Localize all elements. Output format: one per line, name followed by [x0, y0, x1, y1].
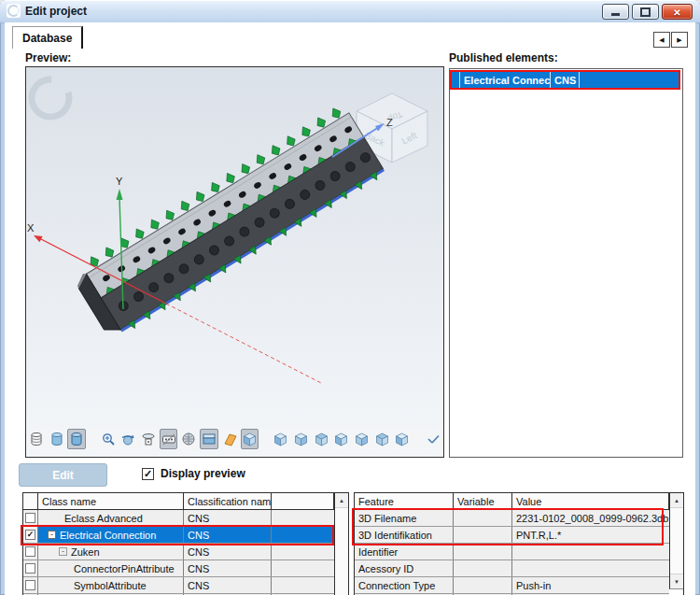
tab-scroll-right-button[interactable]: ▶ — [671, 32, 688, 48]
axis-x-label: X — [27, 222, 35, 234]
table-cell: CNS — [184, 544, 272, 560]
clip-plane-icon[interactable] — [220, 429, 239, 449]
feature-table-rows: FeatureVariableValue3D Filename2231-0102… — [355, 493, 669, 595]
tab-scroll-left-button[interactable]: ◀ — [653, 32, 670, 48]
row-checkbox[interactable] — [25, 546, 35, 557]
scroll-up-icon: ▲ — [339, 498, 344, 503]
table-cell: PNT.R,L.* — [512, 527, 669, 543]
published-cell — [580, 72, 679, 88]
minimize-button[interactable] — [602, 4, 629, 20]
view-cube-5-icon[interactable] — [353, 429, 371, 449]
close-button[interactable] — [662, 4, 693, 20]
table-cell: CNS — [184, 577, 272, 593]
zoom-icon[interactable] — [99, 429, 118, 449]
maximize-icon — [640, 7, 651, 17]
view-cube-3-icon[interactable] — [312, 429, 330, 449]
view-cube-4-icon[interactable] — [332, 429, 351, 449]
display-preview-control: ✓ Display preview — [142, 467, 245, 480]
axis-y-label: Y — [116, 176, 123, 187]
view-cube-6-icon[interactable] — [372, 429, 391, 449]
axis-z-label: Z — [386, 117, 393, 128]
display-preview-label: Display preview — [161, 467, 245, 480]
feature-table-scrollbar[interactable]: ▲ ▼ — [669, 493, 683, 589]
published-cell: Electrical Connection — [460, 72, 551, 88]
class-table-row[interactable]: -ZukenCNS — [23, 544, 334, 560]
table-cell: Classification name — [184, 493, 272, 509]
edit-button[interactable]: Edit — [19, 463, 107, 487]
table-cell: Variable — [454, 493, 512, 509]
feature-table-row[interactable]: Identifier — [355, 544, 669, 560]
row-checkbox[interactable]: ✓ — [25, 530, 35, 540]
published-selected-row[interactable]: Electrical ConnectionCNS — [450, 70, 680, 90]
table-cell: Push-in — [512, 577, 669, 593]
preview-viewport[interactable]: Top Back Left — [25, 66, 444, 458]
table-cell — [512, 560, 669, 576]
table-cell: Feature — [355, 493, 454, 509]
row-checkbox[interactable] — [25, 513, 35, 523]
table-cell: ✓ — [23, 527, 38, 543]
arrow-right-icon: ▶ — [677, 36, 681, 43]
close-icon — [673, 6, 680, 19]
tree-collapse-icon[interactable]: - — [48, 531, 56, 539]
class-table-row[interactable]: ✓-Electrical ConnectionCNS — [23, 527, 334, 544]
class-name: ConnectorPinAttribute — [74, 563, 175, 574]
cylinder-shaded-icon[interactable] — [48, 429, 66, 449]
table-cell — [272, 560, 334, 576]
more-views-icon[interactable] — [424, 429, 442, 449]
watermark-logo — [27, 75, 74, 121]
titlebar[interactable]: Edit project — [0, 0, 700, 23]
edit-project-window: Edit project Database ◀ ▶ Preview: Publi… — [0, 0, 700, 595]
view-cube-1-icon[interactable] — [272, 429, 290, 449]
table-cell — [23, 493, 38, 509]
feature-table-row[interactable]: Connection TypePush-in — [355, 577, 669, 594]
table-cell: CNS — [184, 510, 272, 526]
cube-view-icon[interactable] — [241, 429, 259, 449]
scroll-up-button[interactable]: ▲ — [670, 493, 683, 508]
scroll-down-button[interactable]: ▼ — [670, 574, 683, 588]
table-cell: 3D Filename — [355, 510, 454, 526]
orbit-icon[interactable] — [119, 429, 137, 449]
class-table-row[interactable]: Eclass AdvancedCNS — [23, 510, 334, 527]
cylinder-wireframe-icon[interactable] — [27, 429, 46, 449]
class-table-row[interactable]: SymbolAttributeCNS — [23, 577, 334, 594]
table-cell — [454, 560, 512, 576]
row-checkbox[interactable] — [25, 580, 35, 590]
table-cell — [454, 527, 512, 543]
table-cell: -Electrical Connection — [38, 527, 184, 543]
class-table-scrollbar[interactable]: ▲ — [334, 493, 348, 595]
minimize-icon — [611, 13, 620, 16]
class-table-row[interactable]: ConnectorPinAttributeCNS — [23, 560, 334, 577]
mesh-sphere-icon[interactable] — [179, 429, 198, 449]
tab-scroll-buttons: ◀ ▶ — [652, 32, 688, 48]
measure-icon[interactable] — [160, 429, 178, 449]
published-elements-list[interactable]: Electrical ConnectionCNS — [449, 68, 683, 458]
table-cell: Identifier — [355, 544, 454, 560]
scroll-up-button[interactable]: ▲ — [335, 493, 348, 508]
class-name: Eclass Advanced — [64, 513, 143, 524]
feature-table-row[interactable]: 3D Filename2231-0102_0008_0999-0962.3db — [355, 510, 669, 527]
class-name: Zuken — [71, 546, 100, 558]
section-box-icon[interactable] — [200, 429, 218, 449]
tree-collapse-icon[interactable]: - — [59, 547, 67, 556]
view-cube-7-icon[interactable] — [393, 429, 412, 449]
feature-table-row[interactable]: Acessory ID — [355, 560, 669, 577]
view-cube-2-icon[interactable] — [292, 429, 311, 449]
app-logo-icon — [7, 4, 21, 18]
table-cell — [272, 510, 334, 526]
model-3d — [68, 103, 386, 343]
feature-table-row[interactable]: 3D IdentifikationPNT.R,L.* — [355, 527, 669, 544]
display-preview-checkbox[interactable]: ✓ — [142, 468, 154, 480]
row-checkbox[interactable] — [25, 563, 35, 574]
preview-3d-scene: Top Back Left — [26, 67, 443, 457]
table-cell — [23, 544, 38, 560]
arrow-left-icon: ◀ — [659, 36, 664, 43]
scroll-down-icon: ▼ — [674, 579, 679, 585]
feature-table-header: FeatureVariableValue — [355, 493, 669, 510]
tab-database[interactable]: Database — [12, 26, 83, 49]
cylinder-shaded-edges-icon[interactable] — [67, 429, 86, 449]
tab-label: Database — [22, 32, 72, 45]
maximize-button[interactable] — [632, 4, 659, 20]
table-cell — [454, 577, 512, 593]
turntable-icon[interactable] — [139, 429, 158, 449]
preview-toolbar — [26, 428, 443, 450]
